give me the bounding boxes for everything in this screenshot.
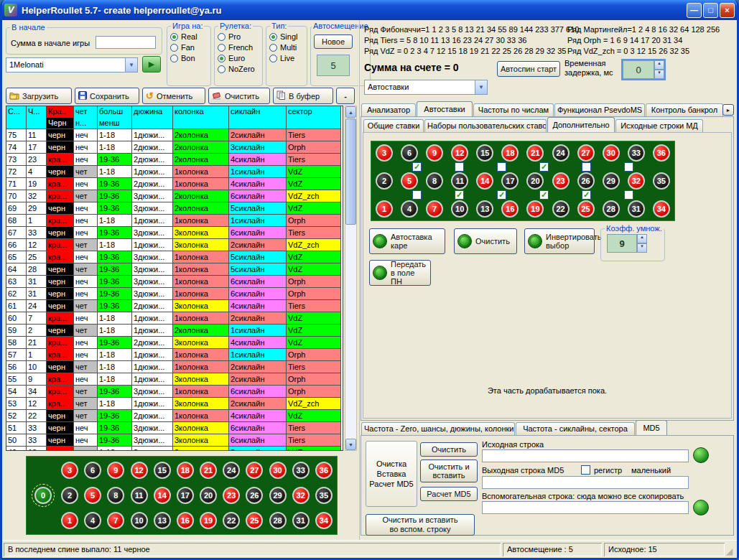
start-sum-input[interactable]	[96, 36, 156, 49]
number-28[interactable]: 28	[603, 200, 620, 218]
md5-aux-input[interactable]	[482, 501, 689, 514]
tab-Автоставки[interactable]: Автоставки	[417, 101, 473, 116]
number-26[interactable]: 26	[577, 172, 595, 190]
number-7[interactable]: 7	[107, 512, 124, 529]
number-3[interactable]: 3	[376, 144, 393, 162]
history-row[interactable]: 6525кра...неч19-363дюжи...1колонка5сикла…	[6, 251, 343, 263]
number-18[interactable]: 18	[177, 462, 194, 479]
number-19[interactable]: 19	[526, 200, 544, 218]
number-5[interactable]: 5	[401, 172, 418, 190]
spin-up-icon[interactable]: ▲	[637, 234, 647, 243]
bet-checkbox[interactable]	[624, 162, 633, 172]
invert-selection-button[interactable]: Инвертировать выбор	[524, 228, 595, 254]
number-12[interactable]: 12	[131, 462, 148, 479]
radio-option-euro[interactable]: Euro	[218, 54, 259, 62]
bet-checkbox[interactable]	[582, 162, 591, 172]
number-31[interactable]: 31	[628, 200, 645, 218]
preset-combobox[interactable]: 1Melonati ▼	[6, 57, 138, 73]
history-row[interactable]: 571кра...неч1-181дюжи...1колонка1сиклайн…	[6, 349, 343, 361]
history-row[interactable]: 6929черннеч19-363дюжи...2колонка5сиклайн…	[6, 202, 343, 215]
md5-clear-button[interactable]: Очистить	[420, 442, 478, 457]
history-row[interactable]: 6331черннеч19-363дюжи...1колонка6сиклайн…	[6, 276, 343, 288]
bet-checkbox-checked[interactable]: ✓	[412, 162, 422, 172]
save-button[interactable]: Сохранить	[75, 88, 139, 104]
number-25[interactable]: 25	[577, 200, 595, 218]
radio-option-fan[interactable]: Fan	[170, 43, 208, 52]
number-5[interactable]: 5	[84, 487, 101, 504]
bet-checkbox-checked[interactable]: ✓	[455, 190, 464, 200]
number-35[interactable]: 35	[653, 172, 670, 190]
number-2[interactable]: 2	[61, 487, 78, 504]
md5-clear-insert-button[interactable]: Очистить и вставить	[420, 459, 478, 482]
scroll-up-button[interactable]: ▲	[345, 106, 356, 118]
number-2[interactable]: 2	[376, 172, 393, 190]
bet-checkbox-checked[interactable]: ✓	[497, 190, 506, 200]
number-3[interactable]: 3	[61, 462, 78, 479]
number-7[interactable]: 7	[426, 200, 443, 218]
bet-checkbox[interactable]	[624, 190, 633, 200]
history-row[interactable]: 6428чернчет19-363дюжи...1колонка5сиклайн…	[6, 263, 343, 276]
clear-selection-button[interactable]: Очистить	[454, 228, 517, 254]
tab-Исходные строки МД[interactable]: Исходные строки МД	[615, 119, 703, 132]
number-33[interactable]: 33	[292, 462, 310, 479]
radio-option-real[interactable]: Real	[170, 32, 208, 41]
number-11[interactable]: 11	[131, 487, 148, 504]
number-22[interactable]: 22	[223, 512, 240, 529]
number-31[interactable]: 31	[292, 512, 310, 529]
title-bar[interactable]: V HelperRoullet 5.7- create helperroulle…	[0, 0, 739, 20]
number-29[interactable]: 29	[269, 487, 287, 504]
history-row[interactable]: 681кра...неч1-181дюжи...1колонка1сиклайн…	[6, 215, 343, 227]
tab-Общие ставки[interactable]: Общие ставки	[363, 119, 424, 132]
number-8[interactable]: 8	[426, 172, 443, 190]
load-button[interactable]: Загрузить	[6, 88, 72, 104]
number-34[interactable]: 34	[653, 200, 670, 218]
tab-MD5[interactable]: MD5	[636, 420, 667, 435]
bet-checkbox-checked[interactable]: ✓	[539, 190, 549, 200]
tab-Частота - Zero, шансы, дюжины, колонки[interactable]: Частота - Zero, шансы, дюжины, колонки	[361, 422, 515, 435]
number-13[interactable]: 13	[154, 512, 171, 529]
md5-source-input[interactable]	[482, 449, 689, 462]
history-row[interactable]: 6733черннеч19-363дюжи...3колонка6сиклайн…	[6, 227, 343, 239]
number-21[interactable]: 21	[526, 144, 544, 162]
number-4[interactable]: 4	[401, 200, 418, 218]
number-32[interactable]: 32	[628, 172, 645, 190]
number-1[interactable]: 1	[376, 200, 393, 218]
number-32[interactable]: 32	[292, 487, 310, 504]
number-23[interactable]: 23	[552, 172, 570, 190]
number-14[interactable]: 14	[476, 172, 493, 190]
tab-Частоты по числам[interactable]: Частоты по числам	[473, 103, 554, 116]
number-34[interactable]: 34	[315, 512, 333, 529]
play-button[interactable]: ▶	[142, 56, 161, 73]
bet-checkbox[interactable]	[412, 190, 422, 200]
undo-button[interactable]: ↺ Отменить	[142, 88, 205, 104]
history-row[interactable]: 7032кра...чет19-363дюжи...2колонка6сикла…	[6, 190, 343, 202]
number-21[interactable]: 21	[200, 462, 217, 479]
number-4[interactable]: 4	[84, 512, 101, 529]
table-scrollbar[interactable]: ▲ ▼	[345, 106, 357, 451]
close-button[interactable]: ×	[720, 3, 735, 18]
number-35[interactable]: 35	[315, 487, 333, 504]
spin-down-icon[interactable]: ▼	[637, 243, 647, 253]
clear-button[interactable]: Очистить	[208, 88, 270, 104]
transfer-to-pn-button[interactable]: Передать в поле ПН	[369, 260, 431, 286]
history-row[interactable]: 5312кра...чет1-181дюжи...3колонка2сиклай…	[6, 398, 343, 410]
history-row[interactable]: 5610чернчет1-181дюжи...1колонка2сиклайнT…	[6, 361, 343, 373]
number-0[interactable]: 0	[34, 487, 52, 504]
number-10[interactable]: 10	[131, 512, 148, 529]
spin-down-icon[interactable]: ▼	[654, 70, 664, 79]
number-6[interactable]: 6	[84, 462, 101, 479]
number-8[interactable]: 8	[107, 487, 124, 504]
history-row[interactable]: 6612кра...чет1-181дюжи...3колонка2сиклай…	[6, 239, 343, 251]
tab-Наборы пользовательских ставок[interactable]: Наборы пользовательских ставок	[424, 119, 547, 132]
number-9[interactable]: 9	[426, 144, 443, 162]
number-20[interactable]: 20	[200, 487, 217, 504]
number-23[interactable]: 23	[223, 487, 240, 504]
number-30[interactable]: 30	[269, 462, 287, 479]
number-15[interactable]: 15	[476, 144, 493, 162]
history-row[interactable]: 7323кра...неч19-362дюжи...2колонка4сикла…	[6, 154, 343, 166]
number-1[interactable]: 1	[61, 512, 78, 529]
history-row[interactable]: 559кра...неч1-181дюжи...3колонка2сиклайн…	[6, 373, 343, 386]
number-27[interactable]: 27	[246, 462, 263, 479]
bet-checkbox-checked[interactable]: ✓	[539, 162, 549, 172]
number-19[interactable]: 19	[200, 512, 217, 529]
